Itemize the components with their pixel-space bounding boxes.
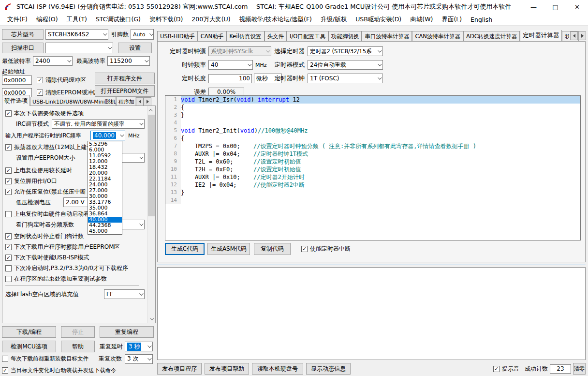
code-line[interactable]: 1void Timer2_Isr(void) interrupt 12: [165, 96, 580, 104]
code-line[interactable]: 9 T2L = 0x60;//设置定时初始值: [165, 158, 580, 165]
wdt-auto-start-checkbox[interactable]: [5, 211, 12, 217]
maximize-button[interactable]: □: [544, 0, 566, 14]
tab-usb-hid-helper[interactable]: USB-HID助手: [157, 31, 198, 41]
tab-keil-sim-settings[interactable]: Keil仿真设置: [226, 31, 264, 41]
clear-eeprom-buffer-checkbox[interactable]: ✓: [37, 90, 43, 96]
stop-button[interactable]: 停止: [61, 326, 95, 338]
copy-code-button[interactable]: 复制代码: [254, 243, 291, 255]
hardware-panel-scrollbar[interactable]: [147, 106, 155, 323]
menu-item-tools[interactable]: 工具(T): [62, 15, 91, 24]
clear-count-button[interactable]: 清零: [573, 363, 586, 375]
tab-can-baud-calculator[interactable]: CAN波特率计算器: [412, 31, 463, 41]
scrollbar-thumb[interactable]: [148, 115, 155, 216]
timer-length-input[interactable]: [208, 74, 252, 83]
help-button[interactable]: 帮助: [61, 341, 95, 352]
show-dynamic-info-button[interactable]: 显示动态信息: [306, 363, 351, 375]
modify-hw-options-checkbox[interactable]: ✓: [5, 110, 12, 117]
menu-item-english[interactable]: English: [466, 16, 497, 23]
tab-timer-calculator[interactable]: 定时器计算器: [520, 30, 562, 41]
check-mcu-options-button[interactable]: 检测MCU选项: [2, 341, 56, 352]
menu-item-usb-driver[interactable]: USB驱动安装(D): [351, 15, 406, 24]
scroll-up-button[interactable]: [147, 106, 155, 114]
minimize-button[interactable]: —: [523, 0, 544, 14]
beep-checkbox[interactable]: ✓: [493, 366, 500, 372]
test-param-checkbox[interactable]: [5, 276, 12, 282]
irc-frequency-combo[interactable]: 40.000: [90, 131, 125, 140]
menu-item-video-forum[interactable]: 视频教学/技术论坛/选型(F): [235, 15, 316, 24]
code-line[interactable]: 2{: [165, 104, 580, 111]
reset-pin-io-checkbox[interactable]: ✓: [5, 178, 12, 184]
code-line[interactable]: 7 TM2PS = 0x00;//设置定时器时钟预分频 ( 注意:并非所有系列都…: [165, 142, 580, 150]
tab-program-encrypt[interactable]: 程序加: [116, 97, 135, 106]
message-log[interactable]: [157, 267, 586, 360]
code-line[interactable]: 13}: [165, 189, 580, 196]
tab-can-helper[interactable]: CAN助手: [198, 31, 227, 41]
menu-item-prize[interactable]: 200万大奖(U): [187, 15, 235, 24]
scan-port-button[interactable]: 扫描串口: [2, 43, 44, 53]
open-eeprom-file-button[interactable]: 打开EEPROM文件: [95, 85, 155, 97]
clock-frequency-combo[interactable]: 40: [208, 60, 253, 70]
publish-project-help-button[interactable]: 发布项目帮助: [205, 363, 249, 375]
splitter[interactable]: [157, 264, 586, 265]
idle-stop-wdt-checkbox[interactable]: ✓: [5, 233, 12, 240]
freq-option[interactable]: 45.000: [88, 228, 122, 234]
por-long-delay-checkbox[interactable]: ✓: [5, 167, 12, 174]
generate-asm-code-button[interactable]: 生成ASM代码: [207, 243, 250, 255]
tab-adc-speed-calculator[interactable]: ADC转换速度计算器: [463, 31, 520, 41]
autoload-on-change-checkbox[interactable]: ✓: [2, 367, 8, 374]
generate-c-code-button[interactable]: 生成C代码: [165, 243, 205, 255]
usb-isp-mode-checkbox[interactable]: ✓: [5, 255, 12, 261]
code-line[interactable]: 6{: [165, 135, 580, 142]
code-line[interactable]: 12 IE2 |= 0x04;//使能定时器2中断: [165, 181, 580, 189]
tab-usb-link-offline[interactable]: USB-Link1D/U8W/U8W-Mini脱机: [30, 97, 116, 106]
oscillator-gain-checkbox[interactable]: ✓: [5, 144, 12, 150]
code-line[interactable]: 8 AUXR |= 0x04;//定时器时钟1T模式: [165, 150, 580, 158]
serial-port-combo[interactable]: [45, 43, 113, 53]
tab-uart-baud-calculator[interactable]: 串口波特率计算器: [362, 31, 412, 41]
tab-function-pin-switch[interactable]: 功能脚切换: [328, 31, 362, 41]
menu-item-file[interactable]: 文件(F): [3, 15, 32, 24]
chip-model-combo[interactable]: STC8H3K64S2: [45, 29, 108, 40]
reload-target-checkbox[interactable]: [2, 356, 8, 362]
timer-clock-combo[interactable]: 1T (FOSC): [308, 74, 383, 83]
menu-item-downloads[interactable]: 资料下载(D): [145, 15, 187, 24]
code-line[interactable]: 10 T2H = 0xF0;//设置定时初始值: [165, 165, 580, 173]
select-timer-combo[interactable]: 定时器2 (STC8/32/15系: [308, 46, 383, 56]
menu-item-stc-debug[interactable]: STC调试接口(G): [91, 15, 145, 24]
scroll-down-button[interactable]: [147, 315, 155, 323]
code-line[interactable]: 5void Timer2_Init(void)//100微秒@40MHz: [165, 127, 580, 135]
tab-hardware-options[interactable]: 硬件选项: [2, 95, 30, 106]
tab-scroll-right-button[interactable]: [144, 97, 151, 106]
code-line[interactable]: 14: [165, 196, 580, 204]
chip-model-button[interactable]: 芯片型号: [2, 29, 44, 40]
clear-code-buffer-checkbox[interactable]: ✓: [37, 77, 43, 83]
code-line[interactable]: 11 AUXR |= 0x10;//定时器2开始计时: [165, 173, 580, 181]
timer-mode-combo[interactable]: 24位自动重载: [308, 60, 383, 70]
menu-item-ui[interactable]: 界面(L): [437, 15, 466, 24]
irc-mode-combo[interactable]: 不调节, 使用内部预置的频率: [52, 119, 145, 129]
success-count-input[interactable]: [550, 364, 571, 374]
menu-item-mall[interactable]: 商城(W): [406, 15, 437, 24]
flash-fill-combo[interactable]: FF: [104, 289, 145, 299]
settings-button[interactable]: 设置: [118, 43, 152, 53]
min-baud-combo[interactable]: 2400: [33, 56, 73, 66]
tool-tab-scroll-left-button[interactable]: [570, 31, 578, 40]
code-start-address-input[interactable]: [2, 75, 32, 85]
code-line[interactable]: 4: [165, 119, 580, 127]
read-disk-id-button[interactable]: 读取本机硬盘号: [252, 363, 303, 375]
open-program-file-button[interactable]: 打开程序文件: [95, 73, 155, 84]
pin-count-combo[interactable]: Auto: [131, 29, 154, 40]
repeat-delay-combo[interactable]: 3 秒: [125, 342, 153, 351]
repeat-times-combo[interactable]: 3 次: [125, 354, 153, 364]
tool-tab-scroll-right-button[interactable]: [578, 31, 586, 40]
publish-project-program-button[interactable]: 发布项目程序: [157, 363, 202, 375]
tab-scroll-left-button[interactable]: [136, 97, 144, 106]
enable-timer-interrupt-checkbox[interactable]: ✓: [301, 246, 308, 252]
max-baud-combo[interactable]: 115200: [107, 56, 150, 66]
tab-header-files[interactable]: 头文件: [265, 31, 287, 41]
lvr-enable-checkbox[interactable]: ✓: [5, 189, 12, 195]
erase-eeprom-next-checkbox[interactable]: ✓: [5, 244, 12, 250]
close-button[interactable]: ✕: [566, 0, 588, 14]
tab-io-config-tool[interactable]: I/O口配置工具: [287, 31, 328, 41]
download-program-button[interactable]: 下载/编程: [2, 326, 56, 338]
